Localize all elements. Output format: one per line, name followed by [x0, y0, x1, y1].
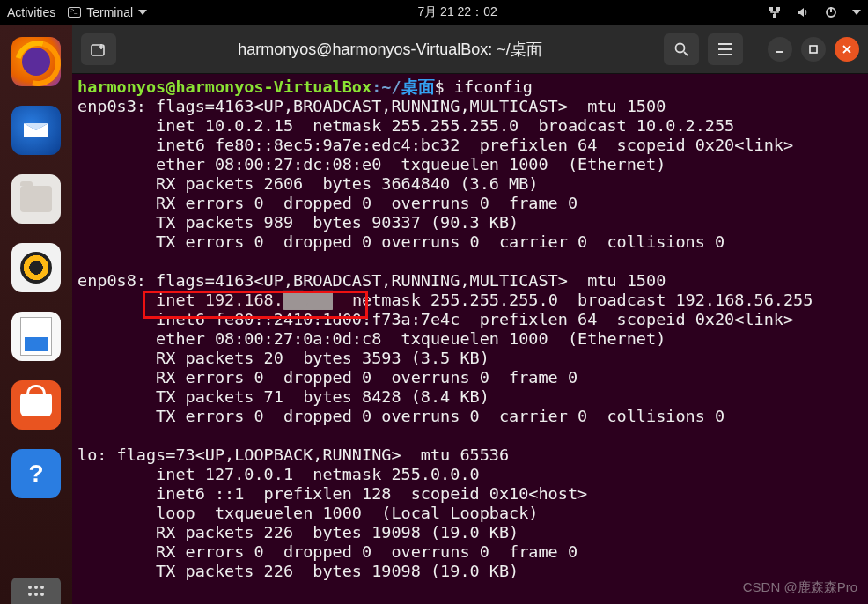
- prompt-dollar: $: [435, 77, 454, 96]
- svg-rect-1: [776, 7, 780, 11]
- gnome-topbar: Activities Terminal 7月 21 22：02: [0, 0, 868, 25]
- minimize-icon: [775, 44, 785, 55]
- svg-rect-0: [769, 7, 773, 11]
- out-enp0s8-l8: TX errors 0 dropped 0 overruns 0 carrier…: [77, 407, 725, 425]
- out-enp0s3-l5: RX packets 2606 bytes 3664840 (3.6 MB): [77, 174, 538, 193]
- dock-app-rhythmbox[interactable]: [11, 243, 61, 292]
- out-enp0s8-l7: TX packets 71 bytes 8428 (8.4 KB): [77, 387, 489, 406]
- prompt-sep: :: [371, 77, 381, 96]
- watermark: CSDN @鹿森森Pro: [743, 578, 857, 597]
- svg-point-5: [28, 586, 32, 589]
- out-lo-l4: loop txqueuelen 1000 (Local Loopback): [77, 504, 538, 522]
- window-minimize-button[interactable]: [768, 37, 792, 62]
- out-lo-l2: inet 127.0.0.1 netmask 255.0.0.0: [77, 465, 480, 483]
- dock-app-libreoffice-writer[interactable]: [11, 312, 61, 361]
- prompt-path-cn: 桌面: [401, 77, 435, 96]
- system-status-area[interactable]: [768, 5, 861, 19]
- prompt-user-host: harmonyos@harmonyos-VirtualBox: [77, 77, 371, 96]
- svg-point-10: [40, 593, 44, 596]
- dock-app-help[interactable]: ?: [11, 449, 61, 498]
- terminal-icon: [68, 7, 81, 18]
- out-enp0s3-l7: TX packets 989 bytes 90337 (90.3 KB): [77, 213, 519, 232]
- app-menu-terminal[interactable]: Terminal: [68, 5, 147, 19]
- svg-rect-4: [830, 7, 832, 12]
- new-tab-icon: [91, 42, 107, 56]
- dock-app-software[interactable]: [11, 380, 61, 430]
- svg-rect-13: [810, 46, 817, 53]
- volume-icon: [796, 5, 810, 19]
- maximize-icon: [808, 44, 819, 55]
- command-text: ifconfig: [454, 77, 533, 96]
- out-enp0s3-l8: TX errors 0 dropped 0 overruns 0 carrier…: [77, 232, 725, 251]
- power-icon: [824, 5, 838, 19]
- out-enp0s8-l1: enp0s8: flags=4163<UP,BROADCAST,RUNNING,…: [77, 271, 666, 290]
- close-icon: [842, 44, 852, 55]
- svg-point-12: [676, 43, 685, 52]
- hamburger-menu-button[interactable]: [708, 33, 743, 65]
- hamburger-icon: [717, 43, 733, 55]
- terminal-window: harmonyos@harmonyos-VirtualBox: ~/桌面 har…: [72, 25, 868, 604]
- activities-button[interactable]: Activities: [7, 5, 55, 19]
- terminal-output[interactable]: harmonyos@harmonyos-VirtualBox:~/桌面$ ifc…: [72, 74, 868, 604]
- dock-app-firefox[interactable]: [11, 37, 61, 86]
- window-titlebar: harmonyos@harmonyos-VirtualBox: ~/桌面: [72, 25, 868, 74]
- window-maximize-button[interactable]: [801, 37, 826, 62]
- out-enp0s3-l1: enp0s3: flags=4163<UP,BROADCAST,RUNNING,…: [77, 97, 666, 115]
- out-enp0s3-l2: inet 10.0.2.15 netmask 255.255.255.0 bro…: [77, 116, 734, 135]
- out-lo-l6: RX errors 0 dropped 0 overruns 0 frame 0: [77, 542, 577, 561]
- svg-point-7: [40, 586, 44, 589]
- out-enp0s3-l6: RX errors 0 dropped 0 overruns 0 frame 0: [77, 194, 577, 212]
- grid-icon: [27, 585, 45, 597]
- out-enp0s3-l3: inet6 fe80::8ec5:9a7e:edc4:bc32 prefixle…: [77, 136, 793, 154]
- new-tab-button[interactable]: [81, 33, 116, 65]
- prompt-path-prefix: ~/: [381, 77, 401, 96]
- dock-show-applications[interactable]: [11, 578, 61, 604]
- dock-app-files[interactable]: [11, 174, 61, 224]
- out-enp0s8-l6: RX errors 0 dropped 0 overruns 0 frame 0: [77, 368, 577, 387]
- app-menu-label: Terminal: [86, 5, 133, 19]
- svg-rect-2: [773, 14, 776, 18]
- svg-point-6: [34, 586, 38, 589]
- out-enp0s8-l5: RX packets 20 bytes 3593 (3.5 KB): [77, 349, 489, 367]
- search-icon: [673, 41, 689, 57]
- window-title: harmonyos@harmonyos-VirtualBox: ~/桌面: [125, 39, 655, 60]
- dock-app-thunderbird[interactable]: [11, 106, 61, 155]
- svg-point-9: [34, 593, 38, 596]
- highlight-annotation: [143, 291, 368, 319]
- search-button[interactable]: [664, 33, 699, 65]
- clock[interactable]: 7月 21 22：02: [154, 4, 761, 20]
- out-lo-l1: lo: flags=73<UP,LOOPBACK,RUNNING> mtu 65…: [77, 446, 509, 464]
- out-lo-l3: inet6 ::1 prefixlen 128 scopeid 0x10<hos…: [77, 484, 587, 503]
- chevron-down-icon: [138, 10, 147, 15]
- out-lo-l7: TX packets 226 bytes 19098 (19.0 KB): [77, 562, 519, 580]
- dock: ?: [0, 25, 72, 604]
- network-icon: [768, 5, 782, 19]
- chevron-down-icon: [852, 10, 861, 15]
- svg-point-8: [28, 593, 32, 596]
- out-lo-l5: RX packets 226 bytes 19098 (19.0 KB): [77, 523, 519, 541]
- out-enp0s8-l4: ether 08:00:27:0a:0d:c8 txqueuelen 1000 …: [77, 329, 666, 348]
- window-close-button[interactable]: [835, 37, 859, 62]
- out-enp0s3-l4: ether 08:00:27:dc:08:e0 txqueuelen 1000 …: [77, 155, 666, 173]
- out-enp0s8-l2b: netmask 255.255.255.0 broadcast 192.168.…: [333, 291, 813, 309]
